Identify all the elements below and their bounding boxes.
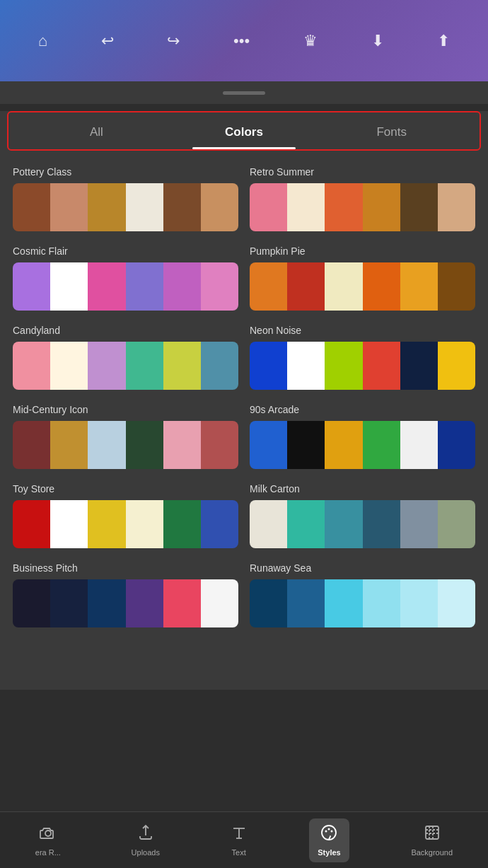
palette-milk-carton[interactable]: Milk Carton <box>244 475 481 554</box>
nav-uploads[interactable]: Uploads <box>123 818 168 862</box>
svg-point-5 <box>325 830 327 832</box>
nav-background-label: Background <box>411 848 453 857</box>
palette-neon-noise[interactable]: Neon Noise <box>244 316 481 395</box>
download-icon[interactable]: ⬇ <box>371 32 384 50</box>
nav-styles-label: Styles <box>318 848 340 857</box>
palette-mid-century[interactable]: Mid-Century Icon <box>7 395 244 475</box>
palette-business-pitch-swatches <box>13 579 238 627</box>
palette-runaway-sea-swatches <box>250 579 475 627</box>
tab-colors[interactable]: Colors <box>170 125 318 149</box>
palette-candyland-label: Candyland <box>13 325 238 336</box>
nav-styles[interactable]: Styles <box>309 818 349 862</box>
upload-icon <box>137 824 154 845</box>
palette-business-pitch-label: Business Pitch <box>13 562 238 574</box>
palette-cosmic-flair-label: Cosmic Flair <box>13 245 238 257</box>
svg-point-7 <box>331 830 333 832</box>
svg-point-0 <box>45 831 51 836</box>
notch-bar <box>0 81 488 104</box>
palette-pottery-class-label: Pottery Class <box>13 166 238 178</box>
undo-icon[interactable]: ↩ <box>101 32 114 50</box>
palette-pumpkin-pie[interactable]: Pumpkin Pie <box>244 237 481 316</box>
palette-candyland-swatches <box>13 342 238 390</box>
palette-retro-summer[interactable]: Retro Summer <box>244 158 481 237</box>
palette-runaway-sea[interactable]: Runaway Sea <box>244 554 481 633</box>
redo-icon[interactable]: ↪ <box>167 32 180 50</box>
more-icon[interactable]: ••• <box>233 32 250 50</box>
palette-candyland[interactable]: Candyland <box>7 316 244 395</box>
palette-neon-noise-label: Neon Noise <box>250 325 475 336</box>
svg-point-4 <box>322 826 336 840</box>
top-header: ⌂ ↩ ↪ ••• ♛ ⬇ ⬆ <box>0 0 488 81</box>
nav-background[interactable]: Background <box>402 818 461 862</box>
main-content: All Colors Fonts Pottery Class Retro Sum… <box>0 111 488 690</box>
palette-toy-store[interactable]: Toy Store <box>7 475 244 554</box>
palette-pottery-class[interactable]: Pottery Class <box>7 158 244 237</box>
home-icon[interactable]: ⌂ <box>38 32 47 50</box>
nav-text[interactable]: Text <box>222 818 256 862</box>
nav-camera[interactable]: era R... <box>27 818 69 862</box>
palette-retro-summer-label: Retro Summer <box>250 166 475 178</box>
palette-mid-century-label: Mid-Century Icon <box>13 404 238 415</box>
nav-text-label: Text <box>232 848 246 857</box>
palette-cosmic-flair-swatches <box>13 262 238 311</box>
notch-pill <box>223 91 265 95</box>
tab-bar: All Colors Fonts <box>7 111 481 151</box>
palette-icon <box>320 824 337 845</box>
palette-pottery-class-swatches <box>13 183 238 231</box>
palette-toy-store-swatches <box>13 500 238 548</box>
tab-all[interactable]: All <box>23 125 170 149</box>
palette-runaway-sea-label: Runaway Sea <box>250 562 475 574</box>
palette-neon-noise-swatches <box>250 342 475 390</box>
svg-point-6 <box>328 828 330 830</box>
text-icon <box>231 824 248 845</box>
palette-milk-carton-label: Milk Carton <box>250 483 475 494</box>
palette-retro-summer-swatches <box>250 183 475 231</box>
nav-uploads-label: Uploads <box>132 848 160 857</box>
palette-90s-arcade-swatches <box>250 421 475 469</box>
nav-camera-label: era R... <box>35 848 61 857</box>
crown-icon[interactable]: ♛ <box>303 32 318 50</box>
palette-pumpkin-pie-swatches <box>250 262 475 311</box>
tab-fonts[interactable]: Fonts <box>318 125 465 149</box>
palette-pumpkin-pie-label: Pumpkin Pie <box>250 245 475 257</box>
background-icon <box>424 824 441 845</box>
share-icon[interactable]: ⬆ <box>437 32 450 50</box>
palette-toy-store-label: Toy Store <box>13 483 238 494</box>
palette-cosmic-flair[interactable]: Cosmic Flair <box>7 237 244 316</box>
palette-90s-arcade[interactable]: 90s Arcade <box>244 395 481 475</box>
palette-mid-century-swatches <box>13 421 238 469</box>
palette-milk-carton-swatches <box>250 500 475 548</box>
camera-icon <box>40 824 57 845</box>
bottom-nav: era R... Uploads Text <box>0 811 488 868</box>
svg-rect-8 <box>426 826 438 839</box>
palette-90s-arcade-label: 90s Arcade <box>250 404 475 415</box>
palettes-grid: Pottery Class Retro Summer <box>0 151 488 633</box>
palette-business-pitch[interactable]: Business Pitch <box>7 554 244 633</box>
